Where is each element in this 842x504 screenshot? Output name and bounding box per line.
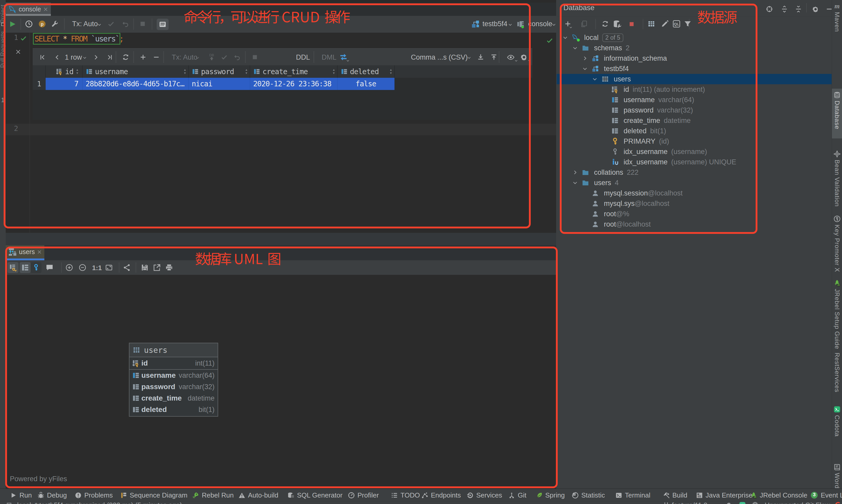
sql-editor[interactable]: 1 2 SELECT * FROM `users`; 1 row Tx: Aut… — [6, 33, 556, 233]
tree-item-testb5f4[interactable]: testb5f4 — [557, 64, 831, 74]
parameters-icon[interactable] — [38, 20, 46, 28]
show-key-columns-button[interactable] — [7, 262, 18, 273]
sort-arrows-icon[interactable]: ▴▾ — [76, 68, 78, 75]
commit-check-icon[interactable] — [107, 20, 115, 28]
tree-item-schemas[interactable]: schemas2 — [557, 43, 831, 53]
filter-funnel-icon[interactable] — [684, 20, 691, 28]
sort-arrows-icon[interactable]: ▴▾ — [183, 68, 186, 75]
add-row-icon[interactable] — [140, 54, 146, 61]
refresh-icon[interactable] — [601, 20, 609, 28]
fit-content-icon[interactable] — [105, 264, 113, 271]
tree-item-collations[interactable]: collations222 — [557, 167, 831, 178]
status-square-icon[interactable] — [6, 502, 12, 504]
actual-size-button[interactable]: 1:1 — [92, 264, 102, 272]
execute-button[interactable] — [8, 20, 16, 28]
delete-row-icon[interactable] — [153, 54, 160, 61]
history-clock-icon[interactable] — [25, 20, 33, 28]
console-output-button[interactable] — [157, 19, 169, 30]
tree-item-deleted[interactable]: deletedbit(1) — [557, 126, 831, 136]
tree-item-users[interactable]: users — [557, 74, 831, 84]
last-page-icon[interactable] — [106, 54, 113, 61]
collapse-all-icon[interactable] — [795, 5, 802, 13]
sort-arrows-icon[interactable]: ▴▾ — [245, 68, 248, 75]
left-strip-label-project[interactable]: Project — [0, 5, 6, 23]
tree-item-create_time[interactable]: create_timedatetime — [557, 115, 831, 126]
toolwindow-button-statistic[interactable]: Statistic — [572, 489, 605, 501]
toolwindow-button-java-enterprise[interactable]: Java Enterprise — [696, 489, 753, 501]
apply-layout-icon[interactable] — [123, 264, 131, 271]
row-count-selector[interactable]: 1 row — [65, 53, 82, 61]
sort-arrows-icon[interactable]: ▴▾ — [390, 68, 392, 75]
google-icon[interactable] — [835, 501, 841, 504]
commit-check-icon[interactable] — [221, 54, 228, 61]
tree-item-users[interactable]: users4 — [557, 178, 831, 188]
cell-id[interactable]: 7 — [46, 78, 83, 90]
tool-strip-jrebel-setup-guide[interactable]: JRebel Setup Guide — [832, 280, 842, 344]
column-header-create_time[interactable]: create_time▴▾ — [250, 65, 337, 78]
edit-source-icon[interactable] — [661, 20, 669, 28]
first-page-icon[interactable] — [39, 54, 46, 61]
cell-create_time[interactable]: 2020-12-26 23:36:38 — [250, 78, 337, 90]
toolwindow-button-services[interactable]: Services — [467, 489, 502, 501]
dml-button[interactable]: DML — [322, 53, 336, 61]
tab-users-diagram[interactable]: users — [6, 245, 45, 258]
zoom-in-icon[interactable] — [65, 264, 73, 271]
cell-deleted[interactable]: false — [337, 78, 394, 90]
zoom-out-icon[interactable] — [78, 264, 86, 271]
sql-statement[interactable]: SELECT * FROM `users`; — [35, 33, 123, 44]
toolwindow-button-endpoints[interactable]: Endpoints — [421, 489, 461, 501]
rollback-icon[interactable] — [122, 20, 129, 28]
tx-mode-selector[interactable]: Tx: Auto — [72, 20, 98, 28]
tree-item-idx_username[interactable]: idx_username(username) — [557, 146, 831, 157]
results-tx-selector[interactable]: Tx: Auto — [172, 53, 197, 61]
column-header-password[interactable]: password▴▾ — [189, 65, 250, 78]
toolwindow-button-run[interactable]: Run — [10, 489, 32, 501]
duplicate-icon[interactable] — [580, 20, 588, 28]
tree-item-root[interactable]: root@localhost — [557, 219, 831, 230]
jump-to-console-icon[interactable] — [672, 20, 681, 28]
tree-item-username[interactable]: usernamevarchar(64) — [557, 95, 831, 105]
sync-dbwrench-icon[interactable] — [613, 20, 621, 29]
toolwindow-button-rebel-run[interactable]: Rebel Run — [192, 489, 234, 501]
horizontal-splitter[interactable] — [6, 233, 556, 245]
stop-icon[interactable] — [139, 20, 146, 28]
close-icon[interactable] — [37, 249, 42, 255]
toolwindow-button-todo[interactable]: TODO — [391, 489, 420, 501]
print-icon[interactable] — [165, 264, 173, 271]
table-data-icon[interactable] — [647, 20, 655, 28]
toolwindow-button-sql-generator[interactable]: SQL Generator — [287, 489, 343, 501]
toolwindow-button-terminal[interactable]: Terminal — [615, 489, 650, 501]
tool-strip-codota[interactable]: Codota — [832, 406, 842, 446]
settings-gear-icon[interactable] — [812, 5, 819, 13]
sort-arrows-icon[interactable]: ▴▾ — [333, 68, 335, 75]
settings-wrench-icon[interactable] — [51, 20, 59, 28]
toolwindow-button-jrebel-console[interactable]: JRebel Console — [750, 489, 807, 501]
toolwindow-button-problems[interactable]: Problems — [75, 489, 113, 501]
tool-strip-database[interactable]: Database — [832, 91, 842, 136]
import-data-icon[interactable] — [490, 53, 497, 61]
cell-username[interactable]: 28b820d6-e8d6-4d65-b17c… — [83, 78, 189, 90]
cell-password[interactable]: nicai — [189, 78, 250, 90]
show-keys-button[interactable] — [31, 262, 41, 273]
tool-strip-maven[interactable]: Maven — [832, 3, 842, 41]
tree-item-mysql.session[interactable]: mysql.session@localhost — [557, 188, 831, 198]
rollback-icon[interactable] — [234, 54, 241, 61]
export-data-icon[interactable] — [477, 53, 484, 61]
tool-strip-bean-validation[interactable]: Bean Validation — [832, 150, 842, 209]
close-results-icon[interactable] — [15, 49, 21, 55]
tree-item-mysql.sys[interactable]: mysql.sys@localhost — [557, 198, 831, 209]
tree-item-PRIMARY[interactable]: PRIMARY(id) — [557, 136, 831, 146]
comment-icon[interactable] — [46, 264, 53, 271]
export-image-icon[interactable] — [153, 264, 161, 271]
info-circle-icon[interactable] — [752, 501, 758, 504]
stop-icon[interactable] — [251, 54, 258, 61]
toolwindow-button-auto-build[interactable]: Auto-build — [239, 489, 278, 501]
git-branch-label[interactable]: feature/11.0 — [672, 501, 707, 504]
expand-all-icon[interactable] — [781, 5, 788, 13]
reload-icon[interactable] — [122, 53, 129, 61]
show-columns-button[interactable] — [20, 262, 31, 273]
tree-item-local[interactable]: local2 of 5 — [557, 32, 831, 43]
column-header-deleted[interactable]: deleted▴▾ — [337, 65, 394, 78]
toolwindow-button-profiler[interactable]: Profiler — [348, 489, 379, 501]
tab-console[interactable]: console — [6, 3, 51, 16]
